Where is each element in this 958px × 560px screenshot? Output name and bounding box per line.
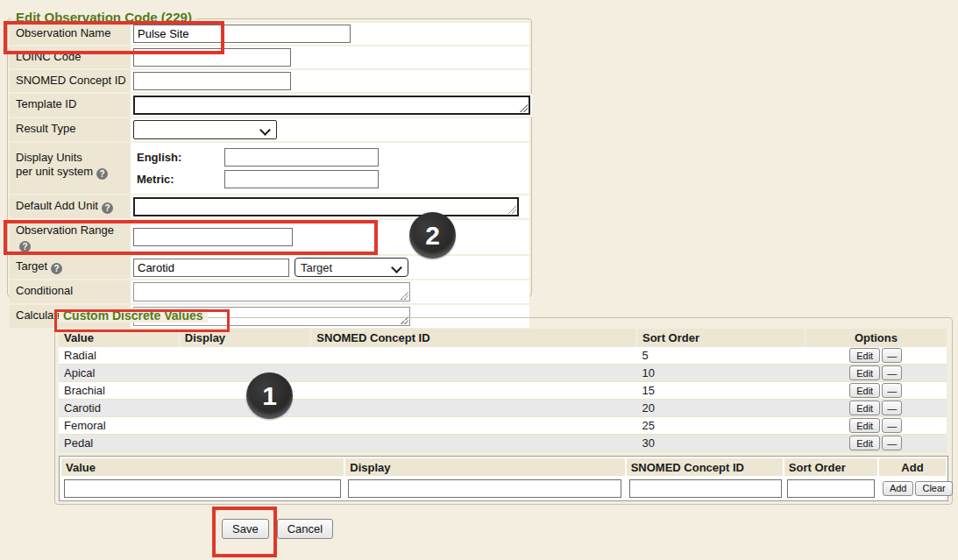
conditional-label: Conditional (10, 280, 131, 303)
edit-button[interactable]: Edit (849, 383, 880, 398)
english-unit-row: English: (133, 148, 528, 167)
default-add-unit-label: Default Add Unit? (10, 195, 131, 218)
observation-name-label: Observation Name (10, 23, 131, 45)
snomed-concept-id-label: SNOMED Concept ID (10, 70, 131, 92)
observation-range-input[interactable] (133, 228, 293, 246)
result-type-select[interactable] (133, 120, 277, 139)
loinc-code-input[interactable] (133, 48, 291, 67)
row-template-id: Template ID (10, 94, 529, 117)
english-label: English: (133, 151, 224, 164)
cell-value: Apical (59, 365, 179, 382)
resize-grip-icon[interactable] (507, 205, 516, 214)
remove-button[interactable]: — (882, 348, 902, 363)
new-snomed-input[interactable] (629, 479, 782, 498)
add-column-header-sort-order: Sort Order (784, 458, 877, 476)
cell-value: Radial (59, 347, 179, 365)
row-default-add-unit: Default Add Unit? (10, 195, 529, 218)
column-header-sort-order: Sort Order (636, 329, 805, 347)
cell-snomed (311, 435, 637, 452)
add-button[interactable]: Add (883, 481, 914, 496)
cell-value: Brachial (59, 382, 179, 400)
english-unit-input[interactable] (224, 148, 379, 167)
cell-display (179, 347, 310, 365)
edit-button[interactable]: Edit (849, 365, 880, 380)
snomed-concept-id-input[interactable] (133, 72, 291, 90)
help-icon[interactable]: ? (102, 202, 113, 214)
loinc-code-label: LOINC Code (10, 46, 131, 68)
metric-unit-input[interactable] (224, 170, 379, 188)
cell-snomed (311, 417, 637, 435)
new-display-input[interactable] (348, 479, 621, 498)
custom-discrete-values-panel: Custom Discrete Values Value Display SNO… (54, 317, 953, 505)
metric-unit-row: Metric: (133, 170, 528, 188)
target-label: Target? (10, 256, 131, 279)
add-row-header: Value Display SNOMED Concept ID Sort Ord… (61, 458, 946, 476)
table-row: Apical 10 Edit— (59, 365, 947, 382)
edit-button[interactable]: Edit (849, 348, 880, 363)
help-icon[interactable]: ? (51, 263, 62, 274)
target-type-select[interactable]: Target (294, 258, 408, 277)
template-id-textarea[interactable] (133, 96, 530, 115)
target-value-input[interactable] (133, 259, 289, 277)
chevron-down-icon (391, 262, 402, 273)
clear-button[interactable]: Clear (915, 481, 952, 496)
target-type-selected-value: Target (301, 261, 332, 274)
default-add-unit-textarea[interactable] (133, 197, 519, 216)
observation-name-input[interactable] (133, 25, 351, 43)
cell-snomed (311, 382, 637, 400)
table-row: Femoral 25 Edit— (59, 417, 947, 435)
remove-button[interactable]: — (882, 401, 902, 415)
new-value-input[interactable] (64, 479, 341, 498)
cell-display (179, 365, 310, 382)
row-observation-range: Observation Range? (10, 220, 529, 254)
cell-snomed (311, 347, 637, 365)
column-header-display: Display (179, 329, 310, 347)
edit-button[interactable]: Edit (849, 436, 880, 450)
resize-grip-icon[interactable] (400, 291, 408, 300)
row-conditional: Conditional (10, 280, 529, 303)
save-button[interactable]: Save (222, 519, 269, 539)
cell-snomed (311, 400, 637, 417)
resize-grip-icon[interactable] (519, 103, 528, 112)
help-icon[interactable]: ? (19, 241, 31, 252)
table-row: Brachial 15 Edit— (59, 382, 947, 400)
edit-button[interactable]: Edit (849, 418, 880, 433)
cell-sort-order: 5 (636, 347, 805, 365)
remove-button[interactable]: — (882, 383, 902, 398)
row-snomed-concept-id: SNOMED Concept ID (10, 70, 529, 92)
template-id-label: Template ID (10, 94, 131, 117)
cell-display (179, 417, 310, 435)
cancel-button[interactable]: Cancel (277, 519, 333, 539)
column-header-value: Value (59, 329, 179, 347)
add-column-header-value: Value (61, 458, 344, 476)
discrete-values-header-row: Value Display SNOMED Concept ID Sort Ord… (59, 329, 947, 347)
edit-observation-title: Edit Observation Code (229) (11, 10, 196, 25)
edit-observation-panel: Edit Observation Code (229) Observation … (7, 18, 532, 297)
observation-range-label: Observation Range? (10, 220, 131, 254)
cell-display (179, 435, 310, 452)
cell-sort-order: 25 (636, 417, 805, 435)
column-header-snomed: SNOMED Concept ID (311, 329, 637, 347)
row-target: Target? Target (10, 256, 529, 279)
cell-sort-order: 15 (636, 382, 805, 400)
cell-snomed (311, 365, 637, 382)
edit-button[interactable]: Edit (849, 401, 880, 415)
help-icon[interactable]: ? (96, 168, 108, 180)
table-row: Pedal 30 Edit— (59, 435, 947, 452)
cell-sort-order: 10 (636, 365, 805, 382)
discrete-values-table: Value Display SNOMED Concept ID Sort Ord… (59, 329, 947, 452)
cell-sort-order: 20 (636, 400, 805, 417)
row-observation-name: Observation Name (10, 23, 529, 45)
conditional-textarea[interactable] (133, 282, 410, 301)
display-units-label: Display Units per unit system? (10, 143, 131, 194)
cell-value: Carotid (59, 400, 179, 417)
add-discrete-value-table: Value Display SNOMED Concept ID Sort Ord… (60, 457, 947, 500)
remove-button[interactable]: — (882, 365, 902, 380)
cell-sort-order: 30 (636, 435, 805, 452)
new-sort-order-input[interactable] (787, 479, 875, 498)
metric-label: Metric: (133, 173, 224, 186)
custom-discrete-values-title: Custom Discrete Values (59, 308, 208, 323)
remove-button[interactable]: — (882, 418, 902, 433)
cell-value: Pedal (59, 435, 179, 452)
remove-button[interactable]: — (882, 436, 902, 450)
